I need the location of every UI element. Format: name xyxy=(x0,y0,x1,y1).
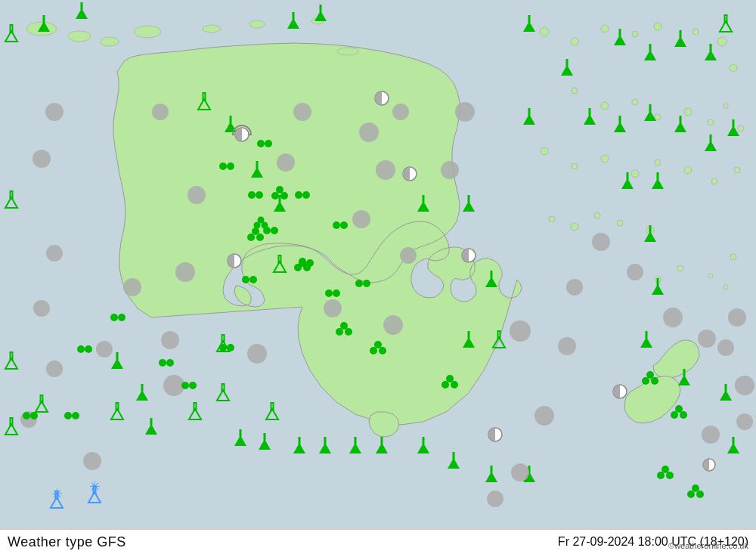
svg-point-225 xyxy=(249,276,257,283)
svg-point-258 xyxy=(340,322,348,330)
svg-rect-142 xyxy=(649,225,652,233)
svg-point-167 xyxy=(83,452,101,470)
weather-map: ✳ ✳ xyxy=(0,0,756,529)
svg-point-243 xyxy=(363,280,370,287)
svg-rect-104 xyxy=(491,271,493,278)
svg-point-31 xyxy=(711,178,717,184)
svg-point-176 xyxy=(392,104,409,120)
svg-point-188 xyxy=(566,279,583,296)
svg-point-24 xyxy=(738,125,744,132)
svg-point-5 xyxy=(203,25,221,32)
svg-point-36 xyxy=(617,220,623,226)
svg-rect-50 xyxy=(320,5,322,12)
svg-point-221 xyxy=(189,382,197,389)
svg-point-191 xyxy=(663,308,683,327)
svg-rect-68 xyxy=(150,418,153,426)
svg-rect-118 xyxy=(619,29,621,36)
svg-point-185 xyxy=(510,320,531,342)
svg-point-189 xyxy=(592,233,610,251)
svg-point-193 xyxy=(728,308,746,327)
svg-point-184 xyxy=(383,315,403,335)
svg-point-21 xyxy=(684,108,692,116)
svg-rect-152 xyxy=(733,437,735,444)
svg-point-14 xyxy=(692,29,699,35)
svg-point-210 xyxy=(23,412,30,419)
svg-rect-128 xyxy=(619,116,621,123)
svg-point-174 xyxy=(293,103,311,121)
svg-rect-80 xyxy=(324,437,327,444)
svg-point-261 xyxy=(374,341,382,348)
svg-point-237 xyxy=(340,221,348,229)
footer-bar: Weather type GFS Fr 27-09-2024 18:00 UTC… xyxy=(0,529,756,554)
svg-rect-78 xyxy=(299,437,301,444)
svg-rect-150 xyxy=(725,384,727,392)
svg-point-23 xyxy=(723,104,728,108)
svg-point-175 xyxy=(359,122,379,142)
svg-rect-88 xyxy=(240,429,242,437)
svg-point-196 xyxy=(736,413,753,430)
svg-point-181 xyxy=(352,210,370,228)
svg-point-35 xyxy=(594,212,600,218)
watermark: ©weatheronline.co.uk xyxy=(668,541,748,550)
svg-point-165 xyxy=(46,361,63,377)
svg-point-246 xyxy=(252,227,259,235)
svg-point-200 xyxy=(511,463,529,481)
svg-point-199 xyxy=(175,262,195,282)
svg-rect-100 xyxy=(423,195,425,203)
svg-point-178 xyxy=(277,153,295,172)
svg-point-216 xyxy=(110,314,118,321)
svg-point-267 xyxy=(646,371,654,379)
svg-point-10 xyxy=(571,38,578,45)
svg-rect-116 xyxy=(589,108,591,116)
svg-point-11 xyxy=(601,25,609,32)
svg-point-171 xyxy=(123,278,141,296)
svg-point-260 xyxy=(379,347,386,354)
svg-rect-84 xyxy=(381,437,383,444)
svg-point-235 xyxy=(302,191,310,199)
svg-point-15 xyxy=(717,37,727,46)
svg-point-162 xyxy=(33,150,51,168)
svg-point-213 xyxy=(72,412,79,419)
svg-point-253 xyxy=(294,264,302,271)
svg-point-229 xyxy=(256,191,263,199)
svg-point-257 xyxy=(345,328,352,336)
svg-point-234 xyxy=(295,191,302,199)
svg-point-164 xyxy=(33,300,50,317)
svg-point-12 xyxy=(632,31,638,37)
svg-rect-48 xyxy=(293,12,295,20)
svg-point-173 xyxy=(187,186,206,204)
svg-point-219 xyxy=(166,359,174,367)
svg-point-212 xyxy=(64,412,72,419)
svg-point-271 xyxy=(657,472,665,479)
svg-rect-64 xyxy=(141,384,144,392)
svg-point-179 xyxy=(376,160,395,180)
svg-point-17 xyxy=(572,88,578,94)
svg-point-247 xyxy=(271,192,279,200)
svg-point-227 xyxy=(271,227,278,234)
svg-point-33 xyxy=(549,216,555,222)
svg-point-236 xyxy=(333,221,340,229)
svg-point-168 xyxy=(163,375,184,396)
svg-point-252 xyxy=(258,217,265,224)
svg-rect-130 xyxy=(649,104,652,112)
svg-point-172 xyxy=(152,104,169,120)
svg-rect-156 xyxy=(453,452,455,460)
svg-point-9 xyxy=(540,27,549,36)
svg-point-264 xyxy=(446,375,454,382)
svg-point-27 xyxy=(601,155,609,162)
svg-point-270 xyxy=(675,405,683,413)
svg-point-20 xyxy=(655,114,661,120)
svg-point-192 xyxy=(698,330,716,348)
svg-rect-120 xyxy=(649,44,652,51)
svg-point-195 xyxy=(735,376,754,395)
svg-rect-106 xyxy=(468,331,470,339)
svg-rect-92 xyxy=(230,116,232,123)
svg-point-2 xyxy=(101,37,119,46)
svg-point-259 xyxy=(370,347,377,354)
svg-point-8 xyxy=(337,48,358,55)
svg-rect-132 xyxy=(680,116,682,123)
svg-point-268 xyxy=(671,411,678,419)
svg-point-186 xyxy=(558,337,576,355)
weather-title: Weather type GFS xyxy=(8,534,126,550)
svg-point-28 xyxy=(631,170,639,178)
